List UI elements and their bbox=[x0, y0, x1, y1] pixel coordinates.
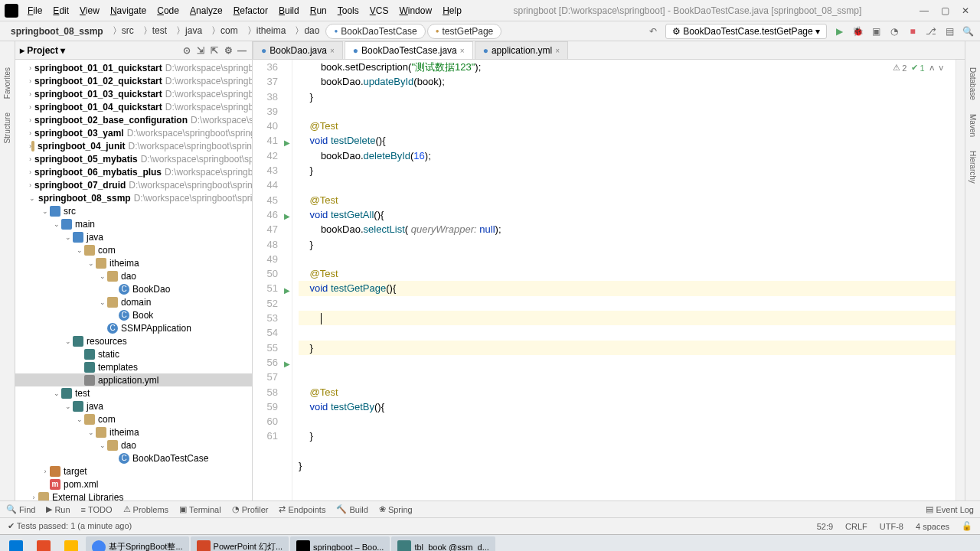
line-separator[interactable]: CRLF bbox=[845, 522, 867, 531]
database-tool[interactable]: Database bbox=[969, 64, 977, 103]
event-log-tool[interactable]: ▤ Event Log bbox=[926, 504, 974, 514]
menu-window[interactable]: Window bbox=[394, 2, 436, 19]
menu-view[interactable]: View bbox=[75, 2, 104, 19]
back-nav-icon[interactable]: ↶ bbox=[647, 25, 659, 37]
structure-icon[interactable]: ▤ bbox=[943, 25, 956, 37]
tree-node[interactable]: ›springboot_06_mybatis_plusD:\workspace\… bbox=[15, 165, 252, 178]
tree-node[interactable]: ⌄main bbox=[15, 217, 252, 230]
project-panel-title[interactable]: ▸ Project ▾ bbox=[20, 45, 65, 56]
tree-node[interactable]: CBookDao bbox=[15, 282, 252, 295]
inspection-indicators[interactable]: ⚠2 ✔1 ʌ v bbox=[893, 63, 943, 73]
close-tab-icon[interactable]: × bbox=[460, 47, 465, 55]
locate-icon[interactable]: ⊙ bbox=[181, 45, 192, 56]
tree-node[interactable]: ›springboot_01_03_quickstartD:\workspace… bbox=[15, 87, 252, 100]
menu-analyze[interactable]: Analyze bbox=[185, 2, 227, 19]
tree-node[interactable]: ›springboot_04_junitD:\workspace\springb… bbox=[15, 139, 252, 152]
tree-node[interactable]: ⌄java bbox=[15, 399, 252, 412]
readonly-icon[interactable]: 🔓 bbox=[962, 521, 972, 531]
editor-tab[interactable]: ● BookDao.java × bbox=[253, 41, 343, 59]
tree-node[interactable]: CBook bbox=[15, 308, 252, 321]
menu-file[interactable]: File bbox=[23, 2, 47, 19]
error-stripe[interactable] bbox=[956, 60, 965, 500]
settings-icon[interactable]: ⚙ bbox=[223, 45, 234, 56]
taskbar-app[interactable] bbox=[31, 536, 57, 552]
tree-node[interactable]: ⌄springboot_08_ssmpD:\workspace\springbo… bbox=[15, 191, 252, 204]
tree-node[interactable]: ⌄com bbox=[15, 243, 252, 256]
tree-node[interactable]: ›springboot_03_yamlD:\workspace\springbo… bbox=[15, 126, 252, 139]
ok-indicator[interactable]: ✔1 bbox=[911, 63, 924, 73]
tree-node[interactable]: ›springboot_01_02_quickstartD:\workspace… bbox=[15, 74, 252, 87]
problems-tool[interactable]: ⚠ Problems bbox=[123, 504, 168, 514]
code-area[interactable]: book.setDescription("测试数据123"); bookDao.… bbox=[292, 60, 956, 500]
close-tab-icon[interactable]: × bbox=[330, 47, 335, 55]
menu-tools[interactable]: Tools bbox=[333, 2, 364, 19]
tree-node[interactable]: ⌄dao bbox=[15, 439, 252, 452]
tree-node[interactable]: ›springboot_07_druidD:\workspace\springb… bbox=[15, 178, 252, 191]
taskbar-powerpoint[interactable]: PowerPoint 幻灯... bbox=[191, 536, 289, 552]
tree-node[interactable]: templates bbox=[15, 360, 252, 373]
tree-node[interactable]: mpom.xml bbox=[15, 478, 252, 491]
hide-icon[interactable]: — bbox=[237, 45, 247, 56]
tree-node[interactable]: ›External Libraries bbox=[15, 491, 252, 500]
vcs-icon[interactable]: ⎇ bbox=[925, 25, 937, 37]
taskbar-chrome[interactable]: 基于SpringBoot整... bbox=[86, 536, 189, 552]
tree-node[interactable]: ⌄src bbox=[15, 204, 252, 217]
todo-tool[interactable]: ≡ TODO bbox=[81, 505, 113, 514]
stop-icon[interactable]: ■ bbox=[906, 25, 919, 37]
taskbar-explorer[interactable] bbox=[58, 536, 84, 552]
endpoints-tool[interactable]: ⇄ Endpoints bbox=[279, 504, 325, 514]
file-encoding[interactable]: UTF-8 bbox=[880, 522, 903, 531]
maximize-icon[interactable]: ▢ bbox=[941, 5, 949, 16]
tree-node[interactable]: application.yml bbox=[15, 373, 252, 386]
tree-node[interactable]: ›target bbox=[15, 465, 252, 478]
profiler-tool[interactable]: ◔ Profiler bbox=[232, 504, 269, 514]
favorites-tool[interactable]: Favorites bbox=[3, 64, 11, 102]
expand-icon[interactable]: ⇲ bbox=[195, 45, 206, 56]
hierarchy-tool[interactable]: Hierarchy bbox=[969, 148, 977, 187]
tree-node[interactable]: ⌄domain bbox=[15, 295, 252, 308]
breadcrumb[interactable]: 〉com bbox=[207, 24, 243, 37]
close-icon[interactable]: ✕ bbox=[962, 5, 969, 16]
breadcrumb[interactable]: 〉java bbox=[172, 24, 207, 37]
taskbar-intellij[interactable]: springboot – Boo... bbox=[290, 536, 390, 552]
editor-tab[interactable]: ● application.yml × bbox=[475, 41, 568, 59]
minimize-icon[interactable]: — bbox=[920, 5, 929, 16]
tree-node[interactable]: ⌄test bbox=[15, 386, 252, 399]
build-tool[interactable]: 🔨 Build bbox=[336, 504, 368, 514]
profile-icon[interactable]: ◔ bbox=[888, 25, 900, 37]
search-icon[interactable]: 🔍 bbox=[962, 25, 974, 37]
tree-node[interactable]: ⌄itheima bbox=[15, 256, 252, 269]
run-icon[interactable]: ▶ bbox=[833, 25, 845, 37]
find-tool[interactable]: 🔍 Find bbox=[6, 504, 35, 514]
run-configuration-selector[interactable]: ⚙ BookDaoTestCase.testGetPage ▾ bbox=[665, 24, 827, 39]
tree-node[interactable]: ›springboot_02_base_configurationD:\work… bbox=[15, 113, 252, 126]
breadcrumb[interactable]: 〉src bbox=[108, 24, 139, 37]
tree-node[interactable]: CSSMPApplication bbox=[15, 321, 252, 334]
tree-node[interactable]: CBookDaoTestCase bbox=[15, 452, 252, 465]
tree-node[interactable]: ⌄com bbox=[15, 412, 252, 425]
breadcrumb[interactable]: 〉itheima bbox=[243, 24, 291, 37]
breadcrumb-method[interactable]: ●testGetPage bbox=[427, 24, 502, 39]
chevron-down-icon[interactable]: v bbox=[939, 63, 944, 73]
tree-node[interactable]: ⌄resources bbox=[15, 334, 252, 347]
indent-setting[interactable]: 4 spaces bbox=[916, 522, 949, 531]
menu-edit[interactable]: Edit bbox=[48, 2, 74, 19]
tree-node[interactable]: ›springboot_01_04_quickstartD:\workspace… bbox=[15, 100, 252, 113]
close-tab-icon[interactable]: × bbox=[555, 47, 560, 55]
tree-node[interactable]: ⌄java bbox=[15, 230, 252, 243]
menu-navigate[interactable]: Navigate bbox=[106, 2, 151, 19]
editor-body[interactable]: 363738394041▶4243444546▶4748495051▶52535… bbox=[253, 60, 965, 500]
tree-node[interactable]: static bbox=[15, 347, 252, 360]
caret-position[interactable]: 52:9 bbox=[817, 522, 833, 531]
menu-build[interactable]: Build bbox=[274, 2, 304, 19]
tree-node[interactable]: ⌄itheima bbox=[15, 425, 252, 439]
breadcrumb[interactable]: 〉dao bbox=[290, 24, 324, 37]
run-tool[interactable]: ▶ Run bbox=[46, 504, 70, 514]
breadcrumb-root[interactable]: springboot_08_ssmp bbox=[6, 24, 108, 38]
maven-tool[interactable]: Maven bbox=[969, 111, 977, 140]
coverage-icon[interactable]: ▣ bbox=[870, 25, 882, 37]
tree-node[interactable]: ⌄dao bbox=[15, 269, 252, 282]
editor-tab[interactable]: ● BookDaoTestCase.java × bbox=[345, 41, 473, 59]
menu-code[interactable]: Code bbox=[152, 2, 184, 19]
menu-vcs[interactable]: VCS bbox=[365, 2, 394, 19]
